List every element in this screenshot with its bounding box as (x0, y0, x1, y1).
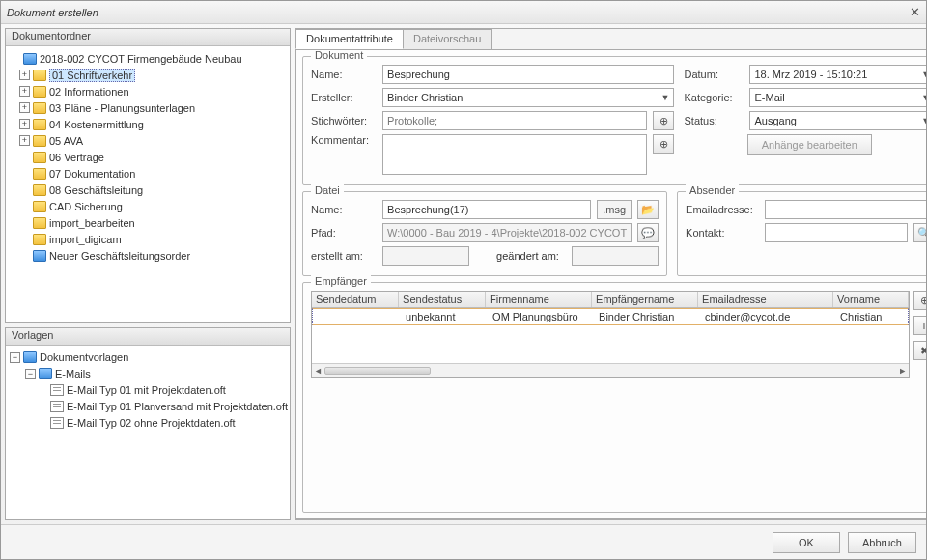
close-icon[interactable]: ✕ (910, 5, 920, 19)
group-legend: Absender (686, 184, 739, 196)
tree-group[interactable]: −E-Mails (8, 366, 288, 382)
col-sendestatus[interactable]: Sendestatus (399, 292, 486, 307)
tree-root[interactable]: 2018-002 CYCOT Firmengebäude Neubau (8, 50, 288, 67)
col-firmenname[interactable]: Firmenname (486, 292, 592, 307)
expand-icon[interactable]: + (19, 119, 30, 129)
file-ext (597, 200, 632, 219)
expand-icon[interactable]: + (19, 102, 30, 113)
title-bar: Dokument erstellen ✕ (1, 1, 926, 24)
folders-panel: Dokumentordner 2018-002 CYCOT Firmengebä… (5, 28, 291, 323)
folder-icon (33, 135, 46, 147)
tree-item[interactable]: 08 Geschäftsleitung (8, 182, 288, 198)
chevron-down-icon: ▼ (921, 70, 926, 79)
col-vorname[interactable]: Vorname (833, 292, 909, 307)
label-geaendert: geändert am: (496, 250, 566, 262)
tab-preview[interactable]: Dateivorschau (403, 29, 492, 49)
label-name: Name: (311, 69, 377, 80)
tree-item[interactable]: 06 Verträge (8, 149, 288, 165)
attachments-button[interactable]: Anhänge bearbeiten (747, 134, 872, 155)
add-recipient-button[interactable]: ⊕ (913, 291, 926, 310)
kommentar-textarea[interactable] (382, 134, 647, 175)
folder-icon (33, 152, 46, 163)
stichwoerter-input[interactable] (382, 111, 647, 130)
tree-item[interactable]: +04 Kostenermittlung (8, 116, 288, 132)
tabs: Dokumentattribute Dateivorschau (295, 29, 926, 50)
tab-attributes[interactable]: Dokumentattribute (295, 29, 404, 49)
label-kommentar: Kommentar: (311, 134, 377, 146)
collapse-icon[interactable]: − (25, 369, 36, 379)
search-contact-button[interactable]: 🔍 (913, 223, 926, 242)
group-datei: Datei Name:📂 Pfad:💬 erstellt am:geändert… (302, 191, 667, 276)
kategorie-combo[interactable]: E-Mail▼ (749, 88, 926, 107)
col-emailadresse[interactable]: Emailadresse (698, 292, 833, 307)
add-keyword-button[interactable]: ⊕ (653, 111, 674, 130)
scroll-right-icon[interactable]: ► (898, 366, 907, 376)
remove-recipient-button[interactable]: ✖ (913, 341, 926, 360)
tree-item[interactable]: E-Mail Typ 01 mit Projektdaten.oft (8, 382, 288, 399)
tree-item[interactable]: 07 Dokumentation (8, 165, 288, 182)
datum-combo[interactable]: 18. Mrz 2019 - 15:10:21▼ (749, 65, 926, 84)
expand-icon[interactable]: + (19, 86, 30, 97)
label-kategorie: Kategorie: (684, 92, 744, 103)
tree-item[interactable]: E-Mail Typ 02 ohne Projektdaten.oft (8, 415, 288, 432)
info-recipient-button[interactable]: i (913, 316, 926, 335)
col-sendedatum[interactable]: Sendedatum (312, 292, 399, 307)
table-row[interactable]: unbekannt OM Planungsbüro Binder Christi… (312, 308, 909, 325)
group-legend: Empfänger (311, 275, 371, 287)
col-empfaengername[interactable]: Empfängername (592, 292, 698, 307)
label-erstellt: erstellt am: (311, 250, 377, 262)
folders-tree[interactable]: 2018-002 CYCOT Firmengebäude Neubau +01 … (6, 46, 290, 322)
tree-item[interactable]: +02 Informationen (8, 83, 288, 99)
label-email: Emailadresse: (686, 204, 759, 215)
browse-file-button[interactable]: 📂 (637, 200, 659, 219)
label-pfad: Pfad: (311, 227, 377, 238)
tree-item[interactable]: +05 AVA (8, 132, 288, 149)
group-absender: Absender Emailadresse: Kontakt:🔍 (677, 191, 926, 276)
sender-email-input[interactable] (765, 200, 926, 219)
name-input[interactable] (382, 65, 674, 84)
tree-item[interactable]: import_digicam (8, 231, 288, 247)
expand-icon[interactable]: + (19, 70, 30, 80)
tree-item[interactable]: Neuer Geschäftsleitungsorder (8, 247, 288, 264)
folder-icon (33, 168, 46, 180)
chevron-down-icon: ▼ (661, 93, 670, 102)
status-combo[interactable]: Ausgang▼ (749, 111, 926, 130)
templates-panel: Vorlagen −Dokumentvorlagen −E-Mails E-Ma… (5, 327, 291, 520)
templates-tree[interactable]: −Dokumentvorlagen −E-Mails E-Mail Typ 01… (6, 346, 290, 519)
expand-icon[interactable]: + (19, 135, 30, 146)
chevron-down-icon: ▼ (921, 93, 926, 102)
dialog-footer: OK Abbruch (1, 524, 926, 559)
group-legend: Datei (311, 184, 344, 196)
folder-icon (33, 70, 46, 81)
expand-comment-button[interactable]: ⊕ (653, 134, 674, 154)
changed-input (572, 246, 659, 266)
scroll-thumb[interactable] (324, 367, 431, 375)
tree-item[interactable]: +01 Schriftverkehr (8, 67, 288, 83)
tree-item[interactable]: E-Mail Typ 01 Planversand mit Projektdat… (8, 399, 288, 415)
folder-icon (33, 119, 46, 130)
recipients-table[interactable]: Sendedatum Sendestatus Firmenname Empfän… (311, 291, 910, 378)
tree-item[interactable]: import_bearbeiten (8, 214, 288, 231)
collapse-icon[interactable]: − (10, 352, 20, 363)
scroll-left-icon[interactable]: ◄ (314, 366, 323, 376)
sender-kontakt-input[interactable] (765, 223, 908, 242)
folder-icon (39, 368, 52, 379)
folders-panel-header: Dokumentordner (6, 29, 290, 46)
folder-icon (33, 234, 46, 245)
ersteller-combo[interactable]: Binder Christian▼ (382, 88, 674, 107)
tree-item[interactable]: +03 Pläne - Planungsunterlagen (8, 99, 288, 116)
h-scrollbar[interactable]: ◄► (312, 363, 909, 377)
folder-icon (33, 217, 46, 229)
ok-button[interactable]: OK (772, 532, 840, 553)
cancel-button[interactable]: Abbruch (848, 532, 916, 553)
tree-item[interactable]: CAD Sicherung (8, 198, 288, 214)
tree-root[interactable]: −Dokumentvorlagen (8, 350, 288, 366)
folder-icon (33, 86, 46, 98)
file-icon (50, 417, 64, 429)
created-input (382, 246, 469, 266)
folder-icon (33, 250, 46, 262)
folder-icon (33, 102, 46, 114)
file-name-input[interactable] (382, 200, 591, 219)
folder-icon (33, 201, 46, 212)
open-path-button[interactable]: 💬 (637, 223, 659, 242)
